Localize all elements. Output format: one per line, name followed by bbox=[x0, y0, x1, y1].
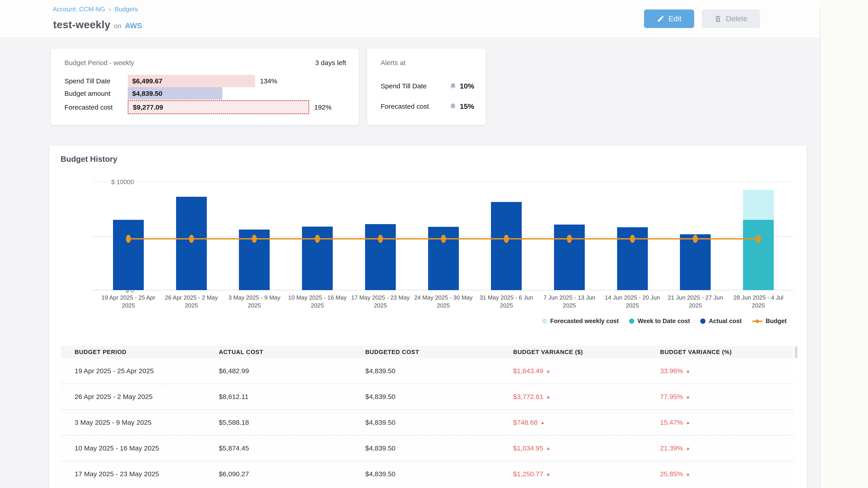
budget-metric-bar-forecast: $9,277.09 bbox=[128, 100, 309, 114]
x-axis-label: 10 May 2025 - 16 May 2025 bbox=[287, 294, 347, 310]
bar-actual-cost[interactable] bbox=[554, 225, 585, 290]
cell-budget-variance-usd: $3,772.61▲ bbox=[513, 393, 660, 400]
trash-icon bbox=[714, 15, 722, 23]
cell-actual-cost: $5,874.45 bbox=[219, 445, 365, 452]
legend-item-actual-cost[interactable]: Actual cost bbox=[700, 318, 742, 325]
table-scrollbar-thumb[interactable] bbox=[795, 346, 798, 358]
x-axis-label: 21 Jun 2025 - 27 Jun 2025 bbox=[665, 294, 725, 310]
alert-row: Forecasted cost15% bbox=[381, 100, 474, 113]
budget-metric-label: Spend Till Date bbox=[64, 77, 128, 85]
budget-metric-label: Budget amount bbox=[64, 90, 128, 97]
variance-up-icon: ▲ bbox=[546, 446, 550, 451]
budget-history-table: BUDGET PERIODACTUAL COSTBUDGETED COSTBUD… bbox=[61, 346, 794, 487]
legend-label: Week to Date cost bbox=[638, 318, 690, 325]
budget-metric-row: Spend Till Date$6,499.67134% bbox=[64, 75, 350, 87]
gridline-10000 bbox=[92, 182, 794, 182]
header-actions: Edit Delete bbox=[644, 9, 760, 28]
budget-line-marker[interactable] bbox=[126, 235, 131, 243]
breadcrumb-separator-icon: › bbox=[109, 5, 111, 13]
budget-line-marker[interactable] bbox=[441, 235, 446, 243]
legend-dot-icon bbox=[542, 319, 547, 324]
alerts-card: Alerts at Spend Till Date10%Forecasted c… bbox=[367, 48, 486, 125]
alerts-title: Alerts at bbox=[381, 59, 405, 67]
edit-button-label: Edit bbox=[669, 14, 682, 23]
budget-metric-value: $9,277.09 bbox=[128, 103, 163, 111]
bar-week-to-date-cost[interactable] bbox=[743, 220, 774, 290]
budget-metric-value: $4,839.50 bbox=[128, 90, 162, 97]
x-axis-label: 19 Apr 2025 - 25 Apr 2025 bbox=[98, 294, 158, 310]
x-axis-label: 26 Apr 2025 - 2 May 2025 bbox=[162, 294, 221, 310]
variance-up-icon: ▲ bbox=[686, 446, 690, 451]
cell-budget-variance-usd: $1,250.77▲ bbox=[513, 470, 660, 478]
alert-label: Spend Till Date bbox=[381, 82, 450, 90]
content-area: Budget Period - weekly 3 days left Spend… bbox=[0, 38, 820, 488]
budget-metric-label: Forecasted cost bbox=[64, 103, 128, 111]
cell-budget-variance-usd: $748.68▲ bbox=[513, 419, 660, 426]
cell-budget-period: 10 May 2025 - 16 May 2025 bbox=[61, 445, 219, 452]
cell-actual-cost: $5,588.18 bbox=[219, 419, 365, 426]
cell-actual-cost: $6,482.99 bbox=[219, 367, 365, 375]
budget-line-marker[interactable] bbox=[567, 235, 572, 243]
cell-budget-variance-pct: 15.47%▲ bbox=[660, 419, 794, 426]
legend-dot-icon bbox=[629, 319, 634, 324]
cell-budgeted-cost: $4,839.50 bbox=[365, 419, 513, 426]
x-axis-label: 7 Jun 2025 - 13 Jun 2025 bbox=[539, 294, 599, 310]
table-row: 3 May 2025 - 9 May 2025$5,588.18$4,839.5… bbox=[61, 410, 794, 435]
budget-history-chart: $ 10000 $ 0 19 Apr 2025 - 25 Apr 202526 … bbox=[49, 145, 807, 340]
table-body: 19 Apr 2025 - 25 Apr 2025$6,482.99$4,839… bbox=[61, 358, 794, 487]
variance-up-icon: ▲ bbox=[686, 394, 690, 399]
bar-actual-cost[interactable] bbox=[113, 220, 144, 290]
cell-actual-cost: $8,612.11 bbox=[219, 393, 365, 400]
table-row: 17 May 2025 - 23 May 2025$6,090.27$4,839… bbox=[61, 461, 794, 487]
breadcrumb: Account: CCM-NG › Budgets bbox=[53, 5, 138, 13]
table-row: 19 Apr 2025 - 25 Apr 2025$6,482.99$4,839… bbox=[61, 358, 794, 384]
table-header-cell: BUDGET PERIOD bbox=[61, 349, 219, 356]
cell-budget-period: 26 Apr 2025 - 2 May 2025 bbox=[61, 393, 219, 400]
edit-button[interactable]: Edit bbox=[644, 9, 694, 28]
variance-up-icon: ▲ bbox=[546, 471, 550, 477]
x-axis-label: 28 Jun 2025 - 4 Jul 2025 bbox=[728, 294, 788, 310]
alert-threshold: 10% bbox=[460, 82, 474, 90]
bar-actual-cost[interactable] bbox=[491, 202, 522, 290]
budget-period-title: Budget Period - weekly bbox=[64, 59, 134, 67]
cell-budgeted-cost: $4,839.50 bbox=[365, 445, 513, 452]
cell-budget-variance-usd: $1,643.49▲ bbox=[513, 367, 660, 375]
delete-button-label: Delete bbox=[726, 14, 747, 23]
breadcrumb-account-link[interactable]: Account: CCM-NG bbox=[53, 6, 105, 13]
legend-label: Budget bbox=[766, 318, 786, 325]
bar-actual-cost[interactable] bbox=[176, 197, 207, 290]
budget-metric-bar-budget: $4,839.50 bbox=[128, 87, 222, 100]
cell-budgeted-cost: $4,839.50 bbox=[365, 393, 513, 400]
chart-legend: Forecasted weekly costWeek to Date costA… bbox=[542, 318, 786, 325]
breadcrumb-budgets-link[interactable]: Budgets bbox=[115, 6, 138, 13]
budget-line-marker[interactable] bbox=[756, 235, 761, 243]
delete-button[interactable]: Delete bbox=[702, 9, 760, 28]
cell-budget-variance-pct: 25.85%▲ bbox=[660, 470, 794, 478]
table-header-cell: ACTUAL COST bbox=[219, 349, 365, 356]
alert-threshold: 15% bbox=[460, 102, 474, 111]
x-axis-label: 3 May 2025 - 9 May 2025 bbox=[224, 294, 284, 310]
bell-icon bbox=[450, 83, 457, 90]
legend-label: Forecasted weekly cost bbox=[550, 318, 619, 325]
legend-dot-icon bbox=[700, 319, 706, 324]
bar-actual-cost[interactable] bbox=[365, 224, 396, 290]
budget-detail-page: Account: CCM-NG › Budgets test-weekly on… bbox=[0, 0, 868, 488]
budget-line-marker[interactable] bbox=[630, 235, 635, 243]
page-title: test-weekly on AWS bbox=[53, 19, 142, 31]
table-row: 10 May 2025 - 16 May 2025$5,874.45$4,839… bbox=[61, 435, 794, 461]
table-header-cell: BUDGETED COST bbox=[365, 349, 513, 356]
budget-period-card: Budget Period - weekly 3 days left Spend… bbox=[51, 48, 359, 125]
cell-budgeted-cost: $4,839.50 bbox=[365, 367, 513, 375]
budget-line-marker[interactable] bbox=[378, 235, 383, 243]
budget-metric-percent: 134% bbox=[260, 77, 277, 85]
table-header-row: BUDGET PERIODACTUAL COSTBUDGETED COSTBUD… bbox=[61, 346, 794, 358]
days-left-label: 3 days left bbox=[315, 59, 346, 67]
budget-line-marker[interactable] bbox=[189, 235, 194, 243]
legend-item-forecasted-weekly-cost[interactable]: Forecasted weekly cost bbox=[542, 318, 619, 325]
variance-up-icon: ▲ bbox=[546, 368, 550, 374]
legend-item-week-to-date-cost[interactable]: Week to Date cost bbox=[629, 318, 690, 325]
y-axis-tick-max: $ 10000 bbox=[93, 178, 134, 186]
cell-budget-period: 19 Apr 2025 - 25 Apr 2025 bbox=[61, 367, 219, 375]
title-connector: on bbox=[114, 22, 121, 30]
legend-item-budget[interactable]: Budget bbox=[752, 318, 786, 325]
